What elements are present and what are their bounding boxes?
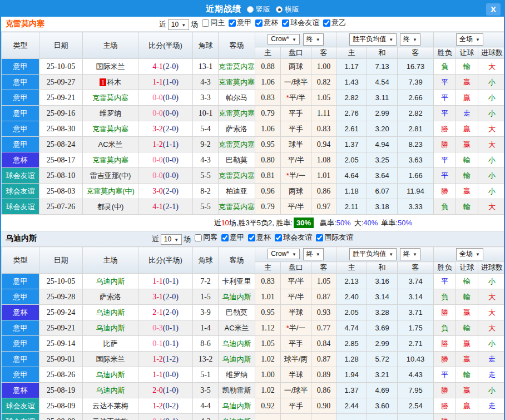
league-filter-3-checkbox[interactable] <box>316 234 323 241</box>
league-filter-0[interactable]: 意甲 <box>229 18 251 28</box>
date-cell: 25-10-05 <box>39 59 83 75</box>
away-team-cell: 乌迪内斯 <box>219 414 255 420</box>
result-cell-value: 平 <box>441 156 448 164</box>
layout-radio-vertical[interactable] <box>247 6 254 13</box>
league-filter-0-checkbox[interactable] <box>221 234 229 241</box>
handicap-result-cell: 輸 <box>456 59 478 75</box>
goals-result-cell: 小 <box>478 184 505 199</box>
mean-home-cell: 2.44 <box>336 398 367 414</box>
away-team-cell-name: 帕尔马 <box>226 93 247 102</box>
layout-radio-horizontal[interactable] <box>276 6 283 13</box>
league-type-badge: 意甲 <box>2 336 39 352</box>
odds-source-select[interactable]: Crow*▼ <box>268 249 300 259</box>
result-cell: 勝 <box>434 305 456 320</box>
league-type-badge: 意甲 <box>2 320 39 336</box>
result-cell: 平 <box>434 274 456 289</box>
league-filter-2-checkbox[interactable] <box>282 19 289 27</box>
goals-result-cell-value: 大 <box>488 202 496 211</box>
league-filter-3[interactable]: 意乙 <box>323 18 346 28</box>
odds-final-select[interactable]: 终▼ <box>303 248 324 260</box>
halftime-score: (0-1) <box>163 417 179 420</box>
handicap-result-cell: 贏 <box>456 90 478 106</box>
mean-home-cell: 2.13 <box>336 274 367 289</box>
mean-home-cell: 2.85 <box>336 336 367 352</box>
home-team-cell: 国际米兰 <box>83 59 138 75</box>
league-type-badge: 意杯 <box>2 383 39 398</box>
odds-source-select[interactable]: Crow*▼ <box>268 34 300 45</box>
handicap-text: 半球 <box>289 370 303 379</box>
mean-select[interactable]: 胜平负均值▼ <box>349 33 397 46</box>
mean-home-cell: 1.37 <box>336 383 367 398</box>
goals-result-cell: 大 <box>478 199 505 215</box>
score-cell: 0-0(0-0) <box>138 106 193 121</box>
league-filter-2[interactable]: 球会友谊 <box>275 233 312 243</box>
result-cell: 勝 <box>434 137 456 152</box>
same-venue-filter-checkbox[interactable] <box>202 19 209 27</box>
league-type-badge: 球会友谊 <box>2 199 39 215</box>
league-filter-0-checkbox[interactable] <box>229 19 236 27</box>
same-venue-filter-checkbox[interactable] <box>195 234 202 241</box>
handicap-result-cell: 輸 <box>456 199 478 215</box>
league-filter-1-checkbox[interactable] <box>248 234 255 241</box>
date-cell: 25-08-17 <box>39 152 83 168</box>
league-filter-1[interactable]: 意杯 <box>255 18 278 28</box>
score-cell: 0-0(0-0) <box>138 168 193 184</box>
halftime-score: (2-0) <box>163 293 179 301</box>
odds-final-select[interactable]: 终▼ <box>303 33 324 46</box>
league-filter-1-checkbox[interactable] <box>255 19 263 27</box>
goals-result-cell: 大 <box>478 320 505 336</box>
handicap-text: 球半 <box>289 140 303 149</box>
score-cell: 0-1(0-1) <box>138 414 193 420</box>
away-team-cell-name: AC米兰 <box>224 324 249 332</box>
odds-home-cell: 0.92 <box>255 398 281 414</box>
mean-home-cell: 2.05 <box>336 305 367 320</box>
odds-home-cell: 1.12 <box>255 320 281 336</box>
league-filter-3-checkbox[interactable] <box>323 19 330 27</box>
handicap-cell: 球半/两 <box>281 352 311 367</box>
handicap-text: 一/球半 <box>284 78 308 86</box>
sub-header-2: 客 <box>311 262 336 274</box>
mean-draw-cell: 6.07 <box>367 184 398 199</box>
mean-final-select-label: 终 <box>403 35 410 43</box>
handicap-result-cell: 贏 <box>456 336 478 352</box>
home-team-cell: 比萨 <box>83 336 138 352</box>
league-filter-3-label: 国际友谊 <box>324 233 353 243</box>
mean-final-select[interactable]: 终▼ <box>400 248 420 260</box>
fullmatch-select[interactable]: 全场▼ <box>456 248 483 260</box>
mean-draw-cell: 4.69 <box>367 383 398 398</box>
close-icon[interactable]: X <box>486 3 501 16</box>
league-filter-2[interactable]: 球会友谊 <box>282 18 319 28</box>
match-count-select[interactable]: 10▼ <box>161 234 182 245</box>
league-filter-2-checkbox[interactable] <box>275 234 282 241</box>
sub-header-3: 主 <box>336 262 367 274</box>
match-count-select[interactable]: 10▼ <box>168 19 189 30</box>
home-team-cell: 维罗纳 <box>83 106 138 121</box>
mean-select[interactable]: 胜平负均值▼ <box>349 248 397 260</box>
fulltime-score: 1-2 <box>152 402 163 410</box>
goals-result-cell: 走 <box>478 352 505 367</box>
fullmatch-group-header: 全场▼ <box>434 247 505 262</box>
league-filter-1[interactable]: 意杯 <box>248 233 271 243</box>
league-filter-3[interactable]: 国际友谊 <box>316 233 353 243</box>
score-cell: 0-0(0-0) <box>138 152 193 168</box>
odds-away-cell: 0.82 <box>311 75 336 90</box>
handicap-text: 平手 <box>289 109 303 117</box>
handicap-cell: 半球 <box>281 305 311 320</box>
league-filter-0[interactable]: 意甲 <box>221 233 244 243</box>
sub-header-8: 进球数 <box>478 47 505 59</box>
summary-rate-2: 单率:50% <box>381 218 412 228</box>
goals-result-cell-value: 大 <box>488 62 496 71</box>
away-team-cell: 克雷莫内塞 <box>219 59 255 75</box>
fullmatch-select[interactable]: 全场▼ <box>456 33 483 46</box>
team-section: 乌迪内斯近10▼场同客意甲意杯球会友谊国际友谊类型日期主场比分(半场)角球客场C… <box>1 231 504 420</box>
mean-final-select[interactable]: 终▼ <box>400 33 420 46</box>
header-row-groups: 类型日期主场比分(半场)角球客场Crow*▼终▼胜平负均值▼终▼全场▼ <box>2 32 505 47</box>
goals-result-cell-value: 大 <box>488 308 496 317</box>
away-team-cell-name: 克雷莫内塞 <box>219 78 255 86</box>
same-venue-filter[interactable]: 同主 <box>202 18 225 28</box>
same-venue-filter[interactable]: 同客 <box>195 233 217 243</box>
sub-header-5: 客 <box>398 262 434 274</box>
handicap-cell: *平/半 <box>281 90 311 106</box>
table-row: 球会友谊25-08-10雷吉亚那(中)0-0(0-0)5-5克雷莫内塞0.81*… <box>2 168 505 184</box>
odds-home-cell: 0.96 <box>255 184 281 199</box>
